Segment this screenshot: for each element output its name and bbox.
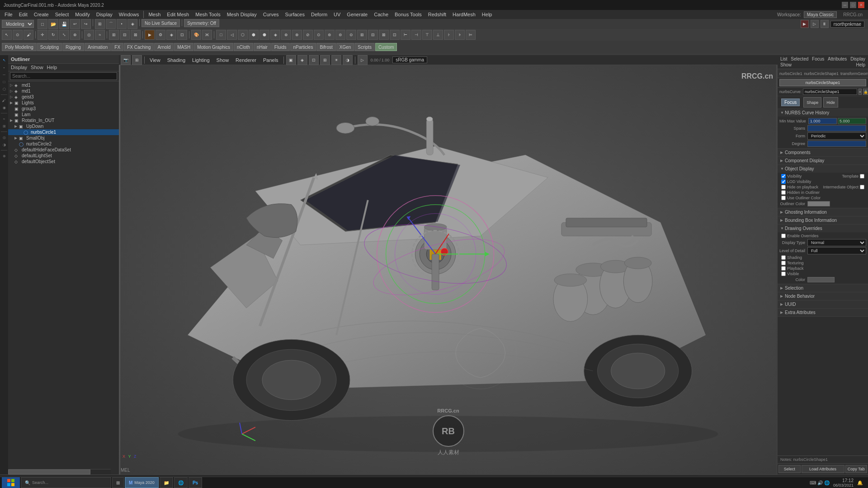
snap-surface-btn[interactable]: ◈ — [127, 19, 137, 29]
select-mode-icon[interactable]: ↖ — [1, 57, 7, 63]
vp-menu-panels[interactable]: Panels — [260, 56, 281, 64]
deformer12-btn[interactable]: ⊜ — [335, 30, 345, 40]
deformer3-btn[interactable]: ⬡ — [238, 30, 248, 40]
menu-mesh-display[interactable]: Mesh Display — [224, 11, 259, 18]
deformer10-btn[interactable]: ⊙ — [314, 30, 324, 40]
minimize-button[interactable]: ─ — [842, 2, 848, 8]
outliner-menu-help[interactable]: Help — [47, 65, 57, 70]
selection-header[interactable]: ▶ Selection — [778, 284, 868, 292]
display-wire-icon[interactable]: ⊞ — [1, 123, 7, 129]
isolate-select-icon[interactable]: ◎ — [1, 134, 7, 141]
vp-shading3-btn[interactable]: ⊡ — [309, 55, 319, 65]
deformer6-btn[interactable]: ◈ — [270, 30, 280, 40]
components-header[interactable]: ▶ Components — [778, 149, 868, 156]
tree-item-3[interactable]: ▷ ◈ geist3 — [8, 94, 119, 100]
no-live-surface-btn[interactable]: No Live Surface — [142, 19, 180, 27]
tree-item-lightset[interactable]: ◇ defaultLightSet — [8, 153, 119, 159]
snap-dist-btn[interactable]: ⊠ — [131, 30, 141, 40]
menu-edit[interactable]: Edit — [16, 11, 30, 18]
outliner-color-swatch[interactable] — [807, 201, 830, 206]
display-smooth-icon[interactable]: ≈ — [1, 116, 7, 122]
tree-item-lights[interactable]: ▶ ▣ Lights — [8, 100, 119, 106]
copy-tab-button[interactable]: Copy Tab — [845, 465, 868, 473]
texturing-override-checkbox[interactable] — [781, 261, 786, 265]
menu-modify[interactable]: Modify — [72, 11, 92, 18]
ncloth-tab[interactable]: nCloth — [234, 43, 253, 51]
hypershade-btn[interactable]: ◈ — [166, 30, 176, 40]
move-tool-btn[interactable]: ✛ — [38, 30, 47, 40]
render-seq-btn[interactable]: ⊡ — [177, 30, 187, 40]
snap-align-btn[interactable]: ⊟ — [120, 30, 130, 40]
explorer-taskbar-btn[interactable]: 📁 — [160, 477, 173, 488]
maximize-button[interactable]: □ — [850, 2, 856, 8]
viewport-canvas[interactable]: RRCG.cn MEL RRCG.cn RB 人人素材 X Y Z — [119, 65, 778, 474]
menu-create[interactable]: Create — [31, 11, 52, 18]
vp-play-btn[interactable]: ▷ — [358, 55, 368, 65]
save-scene-btn[interactable]: 💾 — [59, 19, 69, 29]
tree-item-objectset[interactable]: ◇ defaultObjectSet — [8, 159, 119, 164]
tree-item-nurbscircle2[interactable]: ◯ nurbsCircle2 — [8, 141, 119, 147]
shading-override-checkbox[interactable] — [781, 255, 786, 260]
scale-tool-btn[interactable]: ⤡ — [59, 30, 69, 40]
attr-header-display[interactable]: Display — [850, 56, 865, 61]
nparticles-tab[interactable]: nParticles — [290, 43, 316, 51]
lod-checkbox[interactable] — [781, 179, 786, 184]
max-value-input[interactable] — [838, 118, 866, 124]
mash-tab[interactable]: MASH — [174, 43, 193, 51]
snap-to-together-btn[interactable]: ⊞ — [109, 30, 119, 40]
render-settings-btn[interactable]: ⚙ — [156, 30, 165, 40]
object-display-header[interactable]: ▼ Object Display — [778, 165, 868, 173]
tree-item-group3[interactable]: ▣ group3 — [8, 106, 119, 112]
color-override-swatch[interactable] — [807, 277, 835, 282]
node-behavior-header[interactable]: ▶ Node Behavior — [778, 292, 868, 300]
attr-header-list[interactable]: List — [780, 56, 788, 61]
animation-tab[interactable]: Animation — [85, 43, 111, 51]
hide-btn[interactable]: Hide — [823, 97, 838, 108]
lod-select[interactable]: Full Bounding Box — [807, 247, 866, 254]
notification-icon[interactable]: 🔔 — [857, 480, 863, 485]
menu-display[interactable]: Display — [94, 11, 115, 18]
deformer2-btn[interactable]: ◁ — [227, 30, 237, 40]
show-manip-btn[interactable]: ◎ — [84, 30, 94, 40]
menu-cache[interactable]: Cache — [371, 11, 391, 18]
symmetry-btn[interactable]: Symmetry: Off — [184, 19, 219, 27]
nhair-tab[interactable]: nHair — [254, 43, 271, 51]
outliner-scrollbar[interactable] — [8, 469, 111, 474]
xray-icon[interactable]: ◑ — [1, 141, 7, 148]
outliner-search-input[interactable] — [10, 72, 117, 80]
nurbscurve-lock-btn[interactable]: 🔒 — [863, 89, 868, 95]
paint-fx-btn[interactable]: 🎨 — [191, 30, 201, 40]
bounding-box-header[interactable]: ▶ Bounding Box Information — [778, 216, 868, 224]
xgen-tab[interactable]: XGen — [336, 43, 354, 51]
degree-input[interactable] — [807, 141, 866, 147]
ipr-btn[interactable]: ▷ — [811, 20, 819, 28]
extra-attributes-header[interactable]: ▶ Extra Attributes — [778, 309, 868, 316]
menu-redshift[interactable]: Redshift — [425, 11, 449, 18]
color-space-display[interactable]: sRGB gamma — [392, 56, 427, 63]
deformer13-btn[interactable]: ⊝ — [346, 30, 356, 40]
deformer15-btn[interactable]: ⊟ — [368, 30, 378, 40]
rigging-tab[interactable]: Rigging — [62, 43, 84, 51]
sculpting-tab[interactable]: Sculpting — [37, 43, 62, 51]
annotation-icon[interactable]: ⊕ — [1, 153, 7, 159]
vp-shading1-btn[interactable]: ▣ — [286, 55, 296, 65]
spans-input[interactable] — [807, 125, 866, 131]
vp-display-btn[interactable]: ⊞ — [132, 55, 142, 65]
attr-header-selected[interactable]: Selected — [791, 56, 808, 61]
rotate-tool-btn[interactable]: ↻ — [48, 30, 58, 40]
search-taskbar-btn[interactable]: 🔍 Search... — [21, 477, 111, 488]
shape-selector-btn[interactable]: nurbsCircleShape1 — [779, 79, 866, 86]
new-scene-btn[interactable]: □ — [38, 19, 47, 29]
deformer18-btn[interactable]: ⊢ — [401, 30, 410, 40]
paint-tool-icon[interactable]: 🖌 — [1, 97, 7, 103]
chrome-taskbar-btn[interactable]: 🌐 — [174, 477, 188, 488]
vp-shadow-btn[interactable]: ◑ — [343, 55, 353, 65]
menu-curves[interactable]: Curves — [260, 11, 282, 18]
modeling-mode-select[interactable]: Modeling — [2, 20, 34, 28]
render-btn[interactable]: ▶ — [801, 20, 809, 28]
arnold-tab[interactable]: Arnold — [154, 43, 174, 51]
template-checkbox[interactable] — [860, 174, 864, 178]
uv-mode-icon[interactable]: ⬡ — [1, 86, 7, 92]
nurbscurve-expand-btn[interactable]: + — [859, 89, 862, 95]
vp-shading2-btn[interactable]: ◈ — [297, 55, 307, 65]
